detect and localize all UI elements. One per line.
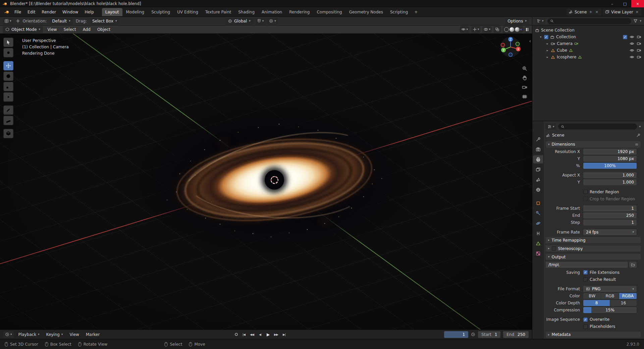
disclosure-down-icon[interactable]: ▾ <box>539 35 542 39</box>
tab-texture-properties[interactable] <box>533 249 543 257</box>
menu-render[interactable]: Render <box>39 8 59 16</box>
navigation-gizmo[interactable]: Z X Y <box>500 36 521 58</box>
outliner-editor-icon[interactable]: ▾ <box>535 18 545 24</box>
drag-dropdown[interactable]: Select Box▾ <box>90 18 120 24</box>
hide-eye-icon[interactable] <box>630 41 634 46</box>
aspect-y-field[interactable]: 1.000 <box>583 179 637 185</box>
tab-view-layer-properties[interactable] <box>533 165 543 173</box>
viewport-menu-add[interactable]: Add <box>80 26 93 33</box>
tab-physics-properties[interactable] <box>533 219 543 227</box>
section-output[interactable]: ▾Output <box>546 254 641 260</box>
properties-filter-caret[interactable]: ▾ <box>639 125 641 128</box>
mode-dropdown[interactable]: Object Mode▾ <box>3 26 43 33</box>
rotate-tool[interactable] <box>3 71 13 81</box>
stereoscopy-checkbox[interactable]: ✓ <box>552 246 556 251</box>
disclosure-right-icon[interactable]: ▸ <box>546 42 549 45</box>
snap-magnet-button[interactable]: ▾ <box>255 18 266 24</box>
tab-render-properties[interactable] <box>533 145 543 153</box>
current-frame-field[interactable]: 1 <box>444 331 468 338</box>
menu-edit[interactable]: Edit <box>24 8 38 16</box>
tab-animation[interactable]: Animation <box>258 8 285 16</box>
proportional-edit-button[interactable]: ▾ <box>267 18 278 24</box>
menu-window[interactable]: Window <box>59 8 81 16</box>
tab-object-data-properties[interactable] <box>533 239 543 247</box>
shading-solid-button[interactable] <box>509 27 514 32</box>
color-bw-button[interactable]: BW <box>583 293 601 299</box>
frame-end-field[interactable]: 250 <box>583 212 637 218</box>
blender-menu-icon[interactable] <box>3 9 11 14</box>
tab-scene-properties[interactable] <box>533 176 543 184</box>
folder-browse-button[interactable] <box>629 262 637 268</box>
measure-tool[interactable] <box>3 116 13 125</box>
tab-object-properties[interactable] <box>533 199 543 207</box>
frame-start-field[interactable]: Start1 <box>478 331 500 338</box>
tab-rendering[interactable]: Rendering <box>286 8 313 16</box>
pause-render-button[interactable] <box>525 26 529 33</box>
tab-modeling[interactable]: Modeling <box>123 8 148 16</box>
render-region-checkbox[interactable]: ✓ <box>583 190 588 194</box>
add-workspace-button[interactable]: + <box>412 9 420 15</box>
preview-range-icon[interactable] <box>471 332 475 337</box>
orientation-dropdown[interactable]: Default▾ <box>49 18 73 24</box>
scene-selector[interactable]: Scene + × <box>567 9 601 15</box>
section-metadata[interactable]: ▸Metadata <box>546 332 641 338</box>
tab-shading[interactable]: Shading <box>235 8 258 16</box>
tab-scripting[interactable]: Scripting <box>387 8 411 16</box>
viewport-menu-object[interactable]: Object <box>95 26 113 33</box>
depth-8-button[interactable]: 8 <box>583 300 610 306</box>
depth-16-button[interactable]: 16 <box>610 300 637 306</box>
record-button[interactable] <box>235 333 238 336</box>
viewport-menu-select[interactable]: Select <box>61 26 78 33</box>
shading-material-button[interactable] <box>515 27 520 32</box>
tab-uv-editing[interactable]: UV Editing <box>174 8 202 16</box>
resolution-x-field[interactable]: 1920 px <box>583 149 637 155</box>
filter-funnel-icon[interactable] <box>633 19 638 23</box>
section-stereoscopy[interactable]: ▸✓Stereoscopy <box>546 245 641 252</box>
outliner-row-collection[interactable]: ▾ ✓ Collection ✓ <box>532 34 644 40</box>
outliner-filter-caret[interactable]: ▾ <box>640 19 641 22</box>
properties-editor-icon[interactable]: ▾ <box>546 123 556 130</box>
disable-render-icon[interactable] <box>637 55 641 59</box>
new-scene-button[interactable]: + <box>589 10 593 14</box>
disclosure-right-icon[interactable]: ▸ <box>546 55 549 59</box>
play-reverse-button[interactable]: ◀ <box>257 331 263 338</box>
cache-result-checkbox[interactable]: ✓ <box>583 277 588 282</box>
unlink-scene-button[interactable]: × <box>595 10 599 14</box>
tab-world-properties[interactable] <box>533 186 543 194</box>
menu-help[interactable]: Help <box>82 8 97 16</box>
pin-icon[interactable] <box>636 133 641 138</box>
annotate-tool[interactable] <box>3 105 13 115</box>
frame-rate-dropdown[interactable]: 24 fps▾ <box>583 229 637 235</box>
zoom-icon[interactable] <box>522 66 527 71</box>
compression-slider[interactable]: 15% <box>583 307 637 313</box>
disable-render-icon[interactable] <box>637 41 641 46</box>
object-visibility-dropdown[interactable]: ▾ <box>460 26 469 33</box>
remove-view-layer-button[interactable]: × <box>635 10 639 14</box>
properties-search-input[interactable] <box>558 123 637 130</box>
outliner-search-input[interactable] <box>547 18 632 24</box>
color-rgb-button[interactable]: RGB <box>601 293 619 299</box>
tab-layout[interactable]: Layout <box>102 8 122 16</box>
tab-texture-paint[interactable]: Texture Paint <box>202 8 234 16</box>
pivot-dropdown[interactable]: Global▾ <box>225 18 253 24</box>
pan-hand-icon[interactable] <box>522 75 527 81</box>
outliner-row-cube[interactable]: ▸ Cube <box>532 47 644 54</box>
tab-output-properties[interactable] <box>533 155 543 163</box>
outliner-row-icosphere[interactable]: ▸ Icosphere <box>532 54 644 60</box>
xray-toggle[interactable] <box>494 26 501 33</box>
select-box-tool[interactable] <box>3 38 13 47</box>
output-path-field[interactable]: /tmp\ <box>546 262 628 268</box>
viewport-canvas[interactable]: User Perspective (1) Collection | Camera… <box>0 34 532 330</box>
tab-modifier-properties[interactable] <box>533 209 543 217</box>
add-cube-tool[interactable] <box>3 129 13 138</box>
frame-start-field[interactable]: 1 <box>583 205 637 211</box>
timeline-editor-icon[interactable]: ▾ <box>3 331 14 338</box>
tab-compositing[interactable]: Compositing <box>313 8 345 16</box>
options-dropdown[interactable]: Options▾ <box>505 18 529 24</box>
disable-render-icon[interactable] <box>637 35 641 39</box>
disclosure-right-icon[interactable]: ▸ <box>546 49 549 52</box>
section-time-remapping[interactable]: ▸Time Remapping <box>546 237 641 243</box>
sidebar-collapse-arrow[interactable]: ‹ <box>529 38 531 44</box>
prev-keyframe-button[interactable]: ◀◀ <box>249 331 255 338</box>
view-layer-selector[interactable]: View Layer × <box>603 9 641 15</box>
